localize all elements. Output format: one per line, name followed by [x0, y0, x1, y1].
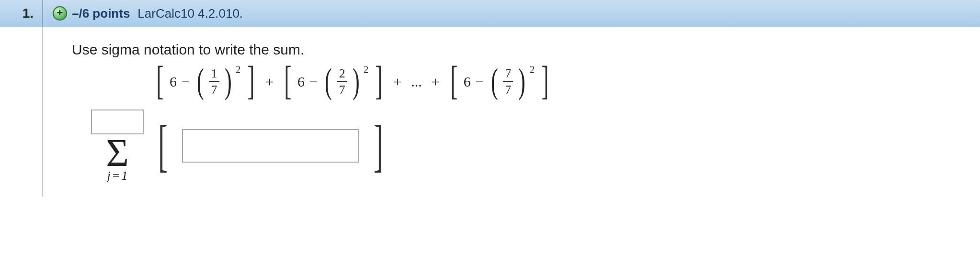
- right-paren-icon: ): [224, 70, 231, 91]
- summand-input[interactable]: [182, 129, 359, 163]
- plus-op: +: [432, 74, 440, 90]
- term-n: [ 6 − ( 7 7 ) 2 ]: [447, 67, 552, 96]
- right-bracket-icon: ]: [374, 126, 383, 166]
- term-2: [ 6 − ( 2 7 ) 2 ]: [281, 67, 386, 96]
- points-label: –/6 points: [72, 6, 130, 21]
- sigma-block: Σ j=1: [91, 110, 144, 182]
- left-bracket-icon: [: [158, 126, 168, 166]
- question-body: Use sigma notation to write the sum. [ 6…: [0, 27, 980, 197]
- right-bracket-icon: ]: [248, 69, 255, 93]
- answer-area: Σ j=1 [ ]: [91, 110, 980, 187]
- ellipsis: ...: [411, 74, 422, 90]
- math-expression: [ 6 − ( 1 7 ) 2 ] + [ 6 − ( 2: [153, 67, 980, 96]
- term-1: [ 6 − ( 1 7 ) 2 ]: [153, 67, 258, 96]
- reference-code: LarCalc10 4.2.010.: [137, 6, 243, 21]
- plus-op: +: [393, 74, 401, 90]
- sigma-lower: j=1: [107, 170, 128, 182]
- header-content: + –/6 points LarCalc10 4.2.010.: [43, 0, 243, 27]
- question-prompt: Use sigma notation to write the sum.: [72, 42, 980, 58]
- question-number: 1.: [0, 0, 43, 27]
- exponent: 2: [236, 64, 240, 75]
- left-paren-icon: (: [197, 70, 204, 91]
- gutter: [0, 27, 43, 197]
- sigma-icon: Σ: [106, 137, 129, 169]
- left-bracket-icon: [: [156, 69, 163, 93]
- expand-icon[interactable]: +: [53, 6, 67, 21]
- question-header: 1. + –/6 points LarCalc10 4.2.010.: [0, 0, 980, 27]
- fraction: 1 7: [209, 67, 219, 96]
- plus-op: +: [265, 74, 273, 90]
